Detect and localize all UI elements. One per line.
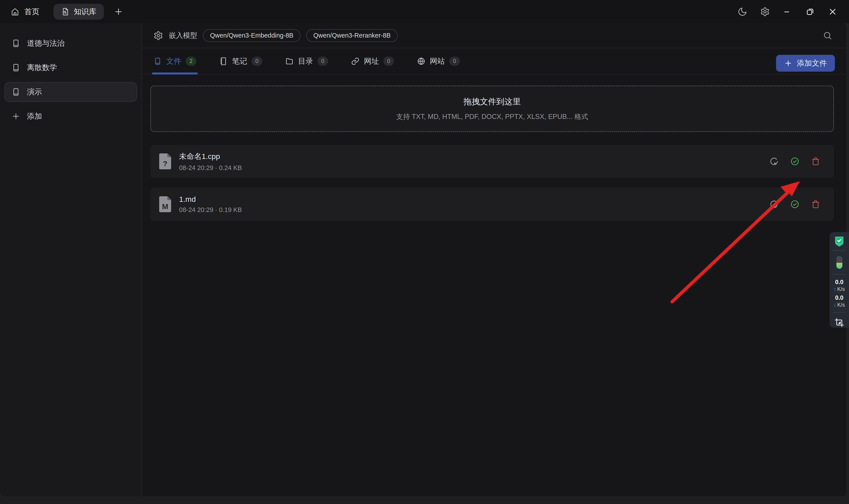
file-meta: 08-24 20:29 · 0.19 KB (179, 206, 242, 214)
tab-sites[interactable]: 网站 0 (417, 48, 460, 74)
embed-model-label: 嵌入模型 (169, 31, 197, 40)
widget-divider (833, 312, 846, 312)
delete-trash-icon[interactable] (811, 200, 820, 209)
plus-icon (12, 112, 20, 121)
download-speed: 0.0 ↓ K/s (834, 294, 845, 308)
settings-gear-icon[interactable] (760, 7, 770, 17)
search-icon[interactable] (823, 31, 833, 41)
widget-divider (833, 274, 846, 274)
close-icon[interactable] (828, 7, 837, 17)
tab-label: 文件 (166, 56, 181, 66)
book-icon (12, 39, 20, 48)
main-area: 道德与法治 离散数学 演示 添加 嵌入模型 (0, 23, 849, 496)
tab-count-badge: 0 (449, 57, 460, 66)
file-list: ? 未命名1.cpp 08-24 20:29 · 0.24 KB (150, 145, 834, 221)
file-row[interactable]: M 1.md 08-24 20:29 · 0.19 KB (150, 188, 834, 221)
delete-trash-icon[interactable] (811, 157, 820, 166)
file-type-glyph: M (159, 202, 171, 211)
tab-label: 网站 (430, 56, 445, 66)
widget-divider (833, 250, 846, 251)
file-name: 1.md (179, 195, 242, 203)
titlebar: 首页 知识库 (0, 0, 849, 23)
file-name: 未命名1.cpp (179, 151, 242, 162)
file-type-icon: ? (159, 154, 171, 169)
tab-directory[interactable]: 目录 0 (285, 48, 328, 74)
download-speed-value: 0.0 (835, 294, 844, 301)
globe-icon (417, 57, 426, 66)
upload-arrow-icon: ↑ (834, 286, 836, 292)
embedding-model-chip[interactable]: Qwen/Qwen3-Embedding-8B (203, 29, 301, 42)
file-row[interactable]: ? 未命名1.cpp 08-24 20:29 · 0.24 KB (150, 145, 834, 178)
download-arrow-icon: ↓ (834, 302, 836, 308)
desktop-monitor-widget: 0.0 ↑ K/s 0.0 ↓ K/s (830, 232, 849, 328)
file-info: 1.md 08-24 20:29 · 0.19 KB (179, 195, 242, 214)
book-icon (12, 63, 20, 72)
folder-icon (285, 57, 294, 66)
upload-speed-unit: K/s (837, 286, 845, 292)
sidebar-item-label: 演示 (27, 87, 42, 97)
upload-speed-value: 0.0 (835, 278, 844, 286)
content-tabs: 文件 2 笔记 0 目录 0 网址 (142, 48, 846, 74)
tab-label: 网址 (364, 56, 379, 66)
screenshot-crop-icon[interactable] (834, 318, 844, 328)
tab-knowledge-base[interactable]: 知识库 (54, 4, 104, 20)
titlebar-controls (738, 7, 849, 17)
tab-label: 目录 (298, 56, 313, 66)
sidebar-item-demo[interactable]: 演示 (4, 82, 137, 102)
content-panel: 嵌入模型 Qwen/Qwen3-Embedding-8B Qwen/Qwen3-… (142, 23, 846, 496)
home-icon (11, 7, 19, 16)
file-info: 未命名1.cpp 08-24 20:29 · 0.24 KB (179, 151, 242, 172)
file-type-glyph: ? (159, 159, 171, 168)
reprocess-icon[interactable] (770, 157, 779, 166)
plus-icon (784, 59, 792, 68)
book-icon (12, 88, 20, 96)
battery-level (836, 263, 842, 269)
knowledge-base-sidebar: 道德与法治 离散数学 演示 添加 (0, 23, 142, 496)
embed-settings-gear-icon[interactable] (153, 31, 163, 40)
tab-count-badge: 0 (383, 57, 394, 66)
sidebar-item-label: 离散数学 (27, 62, 57, 73)
shield-check-icon[interactable] (834, 236, 845, 247)
sidebar-item-discrete-math[interactable]: 离散数学 (4, 58, 137, 77)
dropzone-title: 拖拽文件到这里 (464, 96, 521, 107)
file-row-actions (770, 157, 820, 166)
embed-model-header: 嵌入模型 Qwen/Qwen3-Embedding-8B Qwen/Qwen3-… (142, 23, 846, 48)
reranker-model-chip[interactable]: Qwen/Qwen3-Reranker-8B (306, 29, 398, 42)
battery-indicator (836, 256, 842, 269)
file-row-actions (770, 200, 820, 209)
tab-notes[interactable]: 笔记 0 (219, 48, 262, 74)
tab-count-badge: 0 (252, 57, 262, 66)
processed-check-icon (790, 157, 799, 166)
add-file-button[interactable]: 添加文件 (776, 55, 835, 72)
processed-check-icon (790, 200, 799, 209)
notebook-icon (219, 57, 228, 66)
tab-files[interactable]: 文件 2 (153, 48, 196, 74)
reprocess-icon[interactable] (770, 200, 779, 209)
new-tab-button[interactable] (114, 7, 123, 17)
sidebar-add-knowledge-base[interactable]: 添加 (4, 106, 137, 126)
upload-speed: 0.0 ↑ K/s (834, 278, 845, 292)
knowledge-tab-label: 知识库 (74, 7, 96, 17)
sidebar-add-label: 添加 (27, 111, 42, 121)
link-icon (351, 57, 360, 66)
sidebar-item-label: 道德与法治 (27, 38, 65, 49)
tab-label: 笔记 (232, 56, 247, 66)
download-speed-unit: K/s (837, 302, 845, 308)
home-label: 首页 (24, 7, 39, 17)
theme-moon-icon[interactable] (738, 7, 747, 17)
home-nav-button[interactable]: 首页 (11, 7, 39, 17)
tab-urls[interactable]: 网址 0 (351, 48, 394, 74)
tab-count-badge: 0 (318, 57, 328, 66)
files-panel: 拖拽文件到这里 支持 TXT, MD, HTML, PDF, DOCX, PPT… (142, 74, 846, 221)
dropzone-subtitle: 支持 TXT, MD, HTML, PDF, DOCX, PPTX, XLSX,… (396, 112, 588, 121)
maximize-restore-icon[interactable] (805, 7, 815, 17)
file-type-icon: M (159, 196, 171, 212)
tab-count-badge: 2 (186, 57, 196, 66)
book-icon (153, 57, 162, 66)
file-meta: 08-24 20:29 · 0.24 KB (179, 164, 242, 172)
minimize-icon[interactable] (783, 7, 792, 17)
sidebar-item-ethics[interactable]: 道德与法治 (4, 33, 137, 53)
file-dropzone[interactable]: 拖拽文件到这里 支持 TXT, MD, HTML, PDF, DOCX, PPT… (150, 86, 834, 132)
add-file-label: 添加文件 (797, 58, 827, 68)
document-search-icon (61, 7, 70, 16)
